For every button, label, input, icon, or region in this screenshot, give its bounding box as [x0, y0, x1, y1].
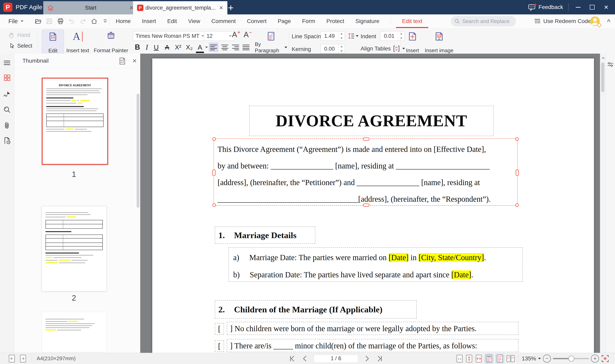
checkbox2-bracket-block[interactable]: [ — [215, 340, 224, 352]
tab-comment[interactable]: Comment — [211, 18, 236, 25]
insert-text-button[interactable]: A Insert text — [65, 30, 90, 55]
align-right-button[interactable] — [231, 42, 240, 52]
indent-stepper[interactable]: 0.01 — [380, 31, 405, 41]
tab-edit[interactable]: Edit — [167, 18, 177, 25]
subscript-button[interactable]: X₂ — [184, 42, 194, 52]
scroll-up-icon[interactable] — [601, 57, 605, 59]
grow-font-button[interactable]: A + — [232, 30, 237, 39]
scrollbar-thumb[interactable] — [601, 63, 604, 92]
kerning-arrows[interactable] — [338, 44, 345, 53]
page-indicator-input[interactable]: 1 / 6 — [314, 354, 358, 363]
bold-button[interactable]: B — [133, 42, 142, 52]
font-color-button[interactable]: A — [196, 43, 204, 53]
selection-handle[interactable] — [212, 169, 216, 176]
selection-handle[interactable] — [515, 203, 519, 207]
feedback-button[interactable]: Feedback — [528, 3, 563, 11]
search-and-replace-input[interactable]: Search and Replace — [451, 16, 516, 26]
properties-panel-icon[interactable] — [607, 61, 614, 68]
use-redeem-code-button[interactable]: Use Redeem Code — [534, 14, 591, 28]
align-tables-button[interactable]: Align Tables — [361, 45, 405, 52]
align-center-button[interactable] — [220, 42, 230, 52]
align-justify-button[interactable] — [241, 42, 251, 52]
next-page-icon[interactable] — [363, 355, 371, 362]
zoom-slider[interactable] — [553, 358, 589, 359]
fullscreen-icon[interactable] — [601, 354, 609, 363]
selection-handle[interactable] — [212, 203, 216, 207]
font-family-dropdown[interactable]: Times New Roman PS MT — [133, 31, 207, 41]
zoom-in-button[interactable]: + — [591, 355, 599, 363]
line-spacing-options-button[interactable] — [348, 32, 359, 40]
minimize-button[interactable] — [574, 3, 583, 12]
thumbnail-layout-icon[interactable] — [119, 57, 126, 65]
selection-handle[interactable] — [363, 137, 369, 141]
tab-insert[interactable]: Insert — [142, 18, 156, 25]
close-button[interactable]: ✕ — [602, 3, 611, 12]
next-view-icon[interactable] — [19, 354, 27, 363]
fit-page-icon[interactable] — [465, 354, 473, 363]
font-color-dropdown[interactable] — [205, 42, 208, 52]
font-size-dropdown[interactable]: 12 — [204, 31, 234, 41]
section2-heading-block[interactable]: 2. Children of the Marriage (If Applicab… — [215, 300, 417, 319]
signature-panel-icon[interactable] — [3, 90, 11, 98]
by-paragraph-button[interactable]: By Paragraph — [254, 30, 288, 55]
insert-object-button[interactable]: Insert — [403, 30, 422, 55]
thumbnail-page-1[interactable]: DIVORCE AGREEMENT — [42, 78, 108, 165]
kerning-stepper[interactable]: 0.00 — [321, 44, 345, 54]
tab-view[interactable]: View — [188, 18, 200, 25]
section1-heading-block[interactable]: 1. Marriage Details — [215, 227, 315, 244]
previous-view-icon[interactable] — [8, 354, 16, 363]
panel-menu-icon[interactable] — [3, 59, 11, 67]
tab-home[interactable]: Home — [116, 18, 131, 25]
zoom-slider-thumb[interactable] — [568, 356, 574, 362]
document-title-block[interactable]: DIVORCE AGREEMENT — [249, 106, 494, 136]
pdf-page[interactable]: DIVORCE AGREEMENT This Divorce Agreement… — [152, 58, 594, 353]
continuous-scroll-button[interactable] — [485, 354, 493, 364]
tab-signature[interactable]: Signature — [355, 18, 379, 25]
tab-page[interactable]: Page — [278, 18, 291, 25]
thumbnail-page-2[interactable] — [42, 206, 107, 291]
selected-text-block[interactable]: This Divorce Agreement (“Agreement”) is … — [214, 139, 518, 206]
last-page-icon[interactable] — [376, 355, 383, 362]
new-tab-button[interactable]: + — [225, 2, 237, 13]
shrink-font-button[interactable]: A − — [244, 30, 249, 39]
tab-convert[interactable]: Convert — [247, 18, 267, 25]
single-page-view-button[interactable] — [495, 354, 504, 364]
zoom-level-dropdown[interactable]: 135% — [522, 355, 536, 362]
thumbnail-scrollbar[interactable] — [137, 94, 139, 208]
checkbox1-bracket-block[interactable]: [ — [215, 323, 224, 335]
selection-handle[interactable] — [363, 204, 369, 207]
selection-handle[interactable] — [515, 137, 519, 141]
tab-protect[interactable]: Protect — [326, 18, 344, 25]
save-icon[interactable] — [46, 18, 53, 25]
search-panel-icon[interactable] — [3, 106, 11, 114]
tab-form[interactable]: Form — [302, 18, 315, 25]
home-page-icon[interactable] — [91, 18, 98, 25]
vertical-scrollbar[interactable] — [600, 54, 606, 353]
fit-width-icon[interactable] — [475, 354, 483, 363]
thumbnail-page-3[interactable] — [42, 312, 107, 352]
tab-edit-text-active[interactable]: Edit text — [402, 18, 422, 25]
tab-document-close-icon[interactable]: ✕ — [219, 5, 223, 11]
first-page-icon[interactable] — [289, 355, 296, 362]
section1-items-block[interactable]: a) Marriage Date: The parties were marri… — [228, 247, 523, 282]
actual-size-icon[interactable]: 1:1 — [456, 354, 463, 363]
open-file-icon[interactable] — [34, 18, 42, 25]
selection-handle[interactable] — [516, 169, 519, 176]
collapse-ribbon-button[interactable]: ^ — [607, 18, 611, 25]
file-menu[interactable]: File — [8, 14, 23, 28]
two-page-view-icon[interactable] — [506, 354, 515, 363]
edit-mode-button[interactable]: Edit — [42, 30, 64, 56]
user-avatar[interactable] — [590, 16, 600, 26]
attachment-panel-icon[interactable] — [3, 121, 11, 129]
select-tool-button[interactable]: Select — [8, 42, 32, 49]
align-left-button[interactable] — [209, 42, 218, 52]
line-spacing-arrows[interactable] — [338, 31, 345, 41]
tab-document[interactable]: P divorce_agreement_templa... ✕ — [133, 1, 227, 14]
recent-pages-panel-icon[interactable] — [3, 136, 11, 144]
strikethrough-button[interactable]: A — [163, 42, 171, 52]
maximize-button[interactable] — [588, 3, 597, 12]
toolbar-collapse-icon[interactable] — [102, 18, 109, 25]
underline-button[interactable]: U — [152, 42, 161, 52]
print-icon[interactable] — [57, 18, 64, 25]
zoom-out-button[interactable]: − — [543, 355, 551, 363]
